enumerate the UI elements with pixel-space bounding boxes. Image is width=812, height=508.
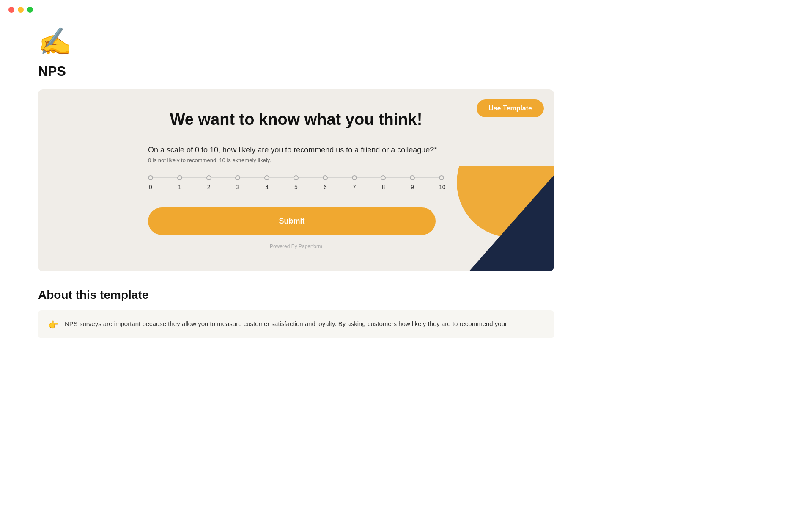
powered-by: Powered By Paperform [148, 243, 444, 249]
nps-dot-2[interactable] [206, 175, 211, 180]
form-heading: We want to know what you think! [148, 110, 444, 129]
deco-triangle-dark [465, 166, 554, 271]
main-content: ✍️ NPS Use Template We want to know what… [0, 19, 812, 355]
nps-dot-6[interactable] [323, 175, 328, 180]
nps-dot-0[interactable] [148, 175, 153, 180]
nps-dot-4[interactable] [264, 175, 269, 180]
nps-label-5: 5 [294, 184, 299, 190]
nps-line-row [148, 175, 444, 180]
nps-dot-9[interactable] [410, 175, 415, 180]
about-card-emoji: 👉 [48, 320, 59, 330]
about-card: 👉 NPS surveys are important because they… [38, 310, 554, 338]
nps-label-4: 4 [264, 184, 269, 190]
maximize-button[interactable] [27, 7, 33, 13]
form-content: We want to know what you think! On a sca… [148, 110, 444, 249]
logo-emoji: ✍️ [38, 28, 774, 55]
preview-card: Use Template We want to know what you th… [38, 89, 554, 271]
nps-dot-8[interactable] [381, 175, 386, 180]
nps-label-1: 1 [177, 184, 182, 190]
titlebar [0, 0, 812, 19]
nps-label-3: 3 [235, 184, 240, 190]
nps-label-10: 10 [439, 184, 444, 190]
nps-labels: 0 1 2 3 4 5 6 7 8 9 10 [148, 184, 444, 190]
page-title: NPS [38, 64, 774, 79]
minimize-button[interactable] [18, 7, 24, 13]
nps-dot-1[interactable] [177, 175, 182, 180]
nps-label-9: 9 [410, 184, 415, 190]
nps-label-8: 8 [381, 184, 386, 190]
question-hint: 0 is not likely to recommend, 10 is extr… [148, 157, 444, 163]
use-template-button[interactable]: Use Template [477, 99, 544, 117]
nps-dot-10[interactable] [439, 175, 444, 180]
nps-dot-3[interactable] [235, 175, 240, 180]
about-card-text: NPS surveys are important because they a… [65, 319, 507, 329]
submit-button[interactable]: Submit [148, 207, 436, 235]
deco-circle-yellow [457, 166, 554, 237]
about-section: About this template 👉 NPS surveys are im… [38, 288, 554, 338]
nps-label-6: 6 [323, 184, 328, 190]
question-label: On a scale of 0 to 10, how likely are yo… [148, 146, 444, 155]
nps-dot-7[interactable] [352, 175, 357, 180]
about-title: About this template [38, 288, 554, 302]
logo-area: ✍️ [38, 28, 774, 55]
nps-label-2: 2 [206, 184, 211, 190]
nps-label-7: 7 [352, 184, 357, 190]
nps-scale[interactable]: 0 1 2 3 4 5 6 7 8 9 10 [148, 175, 444, 190]
close-button[interactable] [8, 7, 14, 13]
nps-label-0: 0 [148, 184, 153, 190]
nps-dot-5[interactable] [294, 175, 299, 180]
